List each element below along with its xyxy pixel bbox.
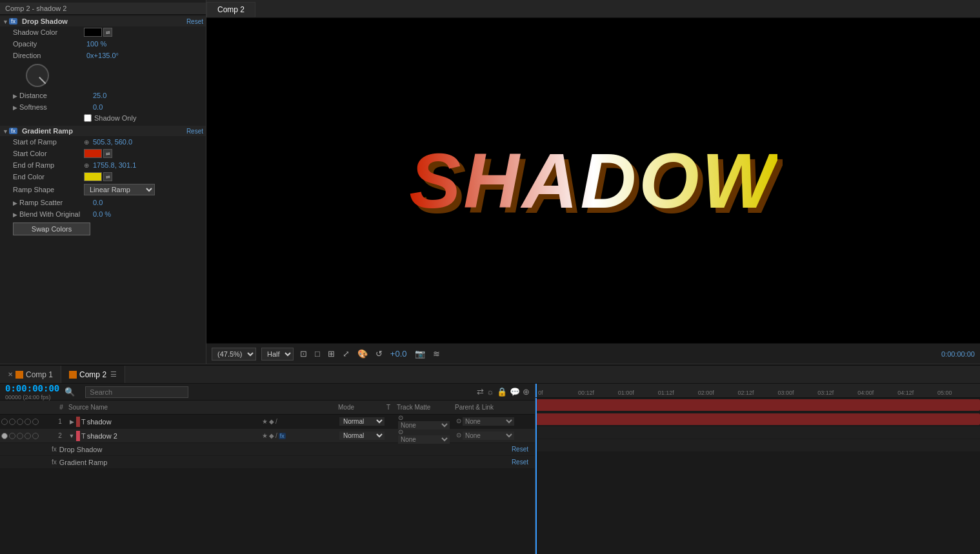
layer2-mode-select[interactable]: Normal	[339, 431, 385, 440]
search-icon: 🔍	[65, 387, 75, 397]
resize-icon[interactable]: ⤢	[341, 348, 351, 360]
ramp-shape-select[interactable]: Linear Ramp	[84, 184, 155, 195]
header-mode: Mode	[338, 404, 386, 411]
layer1-audio[interactable]	[9, 419, 15, 425]
timeline-timecode[interactable]: 0:00:00:00	[5, 384, 59, 394]
drop-shadow-section: ▼ fx Drop Shadow Reset Shadow Color ⇄ Op…	[0, 15, 206, 124]
softness-value[interactable]: 0.0	[93, 103, 103, 111]
gradient-ramp-expand-icon[interactable]: ▼	[3, 128, 8, 134]
drop-shadow-header[interactable]: ▼ fx Drop Shadow Reset	[0, 16, 206, 26]
fx-icon-drop-shadow: fx	[52, 446, 57, 453]
layer2-slash-icon[interactable]: /	[275, 432, 277, 439]
gradient-ramp-section: ▼ fx Gradient Ramp Reset Start of Ramp ⊕…	[0, 124, 206, 239]
comment-icon[interactable]: 💬	[510, 387, 520, 397]
color-correct-icon[interactable]: ↺	[374, 348, 384, 360]
fx-badge-drop-shadow: fx	[9, 18, 17, 25]
gradient-ramp-label: Gradient Ramp	[22, 127, 186, 135]
direction-knob[interactable]	[26, 64, 49, 87]
panel-title: Comp 2 - shadow 2	[0, 3, 206, 15]
layer2-shy[interactable]	[32, 433, 39, 439]
zoom-select[interactable]: (47.5%)	[212, 348, 256, 361]
gradient-ramp-header[interactable]: ▼ fx Gradient Ramp Reset	[0, 126, 206, 136]
layer1-shy[interactable]	[32, 419, 39, 425]
layer1-mode-select[interactable]: Normal	[339, 417, 385, 426]
shadow-color-swatch[interactable]	[84, 28, 102, 37]
lock-icon[interactable]: 🔒	[497, 387, 507, 397]
layer2-matte-select[interactable]: None	[398, 435, 450, 444]
layer2-parent-select[interactable]: None	[463, 431, 514, 440]
layer2-expand[interactable]: ▼	[67, 433, 76, 439]
fx-sub-reset-gradient-ramp[interactable]: Reset	[512, 459, 528, 466]
layer1-eye[interactable]	[1, 419, 8, 425]
header-source: Source Name	[68, 404, 261, 411]
gradient-ramp-reset[interactable]: Reset	[186, 128, 203, 135]
track-bar-layer2[interactable]	[535, 413, 980, 425]
timeline-search[interactable]	[85, 386, 188, 398]
layer1-diamond-icon[interactable]: ◆	[269, 418, 274, 425]
layer2-matte-icon: ⊙	[398, 428, 403, 435]
snapshot-icon[interactable]: □	[314, 348, 321, 360]
grid-icon[interactable]: ⊞	[326, 348, 336, 360]
layer2-solo[interactable]	[17, 433, 23, 439]
layer-row-1[interactable]: 1 ▶ T shadow ★ ◆ / Normal	[0, 415, 535, 429]
end-color-chain[interactable]: ⇄	[103, 172, 112, 181]
fx-sub-row-gradient-ramp: fx Gradient Ramp Reset	[0, 456, 535, 469]
shadow-color-chain[interactable]: ⇄	[103, 28, 112, 37]
blend-value[interactable]: 0.0 %	[93, 210, 111, 218]
fps-label: 00000 (24:00 fps)	[5, 394, 59, 401]
layer2-fx-badge: fx	[279, 433, 286, 439]
drop-shadow-expand-icon[interactable]: ▼	[3, 19, 8, 24]
header-matte: Track Matte	[397, 404, 455, 411]
ramp-shape-label: Ramp Shape	[13, 186, 84, 193]
transfer-icon[interactable]: ⇄	[477, 387, 484, 397]
distance-value[interactable]: 25.0	[93, 92, 106, 99]
timeline-tracks	[535, 398, 980, 554]
drop-shadow-reset[interactable]: Reset	[186, 18, 203, 25]
ramp-scatter-value[interactable]: 0.0	[93, 199, 103, 206]
channels-icon[interactable]: 🎨	[356, 348, 369, 360]
quality-select[interactable]: Half	[261, 348, 294, 361]
layer1-expand[interactable]: ▶	[67, 419, 76, 425]
layer2-lock[interactable]	[25, 433, 31, 439]
layer1-solo[interactable]	[17, 419, 23, 425]
start-color-chain[interactable]: ⇄	[103, 149, 112, 158]
camera-icon[interactable]: 📷	[414, 348, 426, 360]
layer1-parent-select[interactable]: None	[463, 417, 514, 426]
track-bar-layer1[interactable]	[535, 399, 980, 411]
fx-sub-reset-drop-shadow[interactable]: Reset	[512, 446, 528, 453]
header-t: T	[386, 404, 397, 411]
layer2-star-icon[interactable]: ★	[262, 432, 268, 439]
timeline-tab-comp2[interactable]: Comp 2 ☰	[61, 366, 125, 383]
layer2-diamond-icon[interactable]: ◆	[269, 432, 274, 439]
roi-icon[interactable]: ⊡	[299, 348, 308, 360]
opacity-value[interactable]: 100 %	[86, 40, 106, 48]
motion-blur-icon[interactable]: ≋	[432, 348, 441, 360]
distance-expand[interactable]: ▶	[13, 93, 18, 98]
layer2-eye[interactable]	[1, 433, 8, 439]
preview-tab-comp2[interactable]: Comp 2	[206, 2, 255, 17]
start-color-swatch[interactable]	[84, 149, 102, 158]
layer2-audio[interactable]	[9, 433, 15, 439]
end-of-ramp-value[interactable]: 1755.8, 301.1	[93, 161, 136, 169]
layer1-slash-icon[interactable]: /	[275, 418, 277, 425]
layer1-star-icon[interactable]: ★	[262, 418, 268, 425]
end-color-swatch[interactable]	[84, 172, 102, 181]
swap-colors-button[interactable]: Swap Colors	[13, 223, 90, 235]
shadow-only-checkbox[interactable]	[84, 114, 92, 122]
layer-row-2[interactable]: 2 ▼ T shadow 2 ★ ◆ / fx Normal	[0, 429, 535, 443]
shadow-color-label: Shadow Color	[13, 28, 84, 36]
solo-icon[interactable]: ☼	[486, 387, 494, 397]
softness-expand[interactable]: ▶	[13, 104, 18, 110]
track-sub-row-drop-shadow	[535, 426, 980, 439]
add-marker-icon[interactable]: ⊕	[523, 387, 530, 397]
start-of-ramp-value[interactable]: 505.3, 560.0	[93, 138, 132, 146]
timeline-tab-comp1[interactable]: ✕ Comp 1	[0, 366, 61, 383]
direction-value[interactable]: 0x+135.0°	[86, 52, 119, 59]
comp1-close-icon[interactable]: ✕	[8, 371, 13, 378]
layer1-lock[interactable]	[25, 419, 31, 425]
direction-row: Direction 0x+135.0°	[0, 50, 206, 61]
ramp-scatter-expand[interactable]: ▶	[13, 200, 18, 205]
comp2-menu-icon[interactable]: ☰	[110, 370, 117, 379]
blend-expand[interactable]: ▶	[13, 212, 18, 217]
timeline-right-icons: ⇄ ☼ 🔒 💬 ⊕	[477, 387, 530, 397]
